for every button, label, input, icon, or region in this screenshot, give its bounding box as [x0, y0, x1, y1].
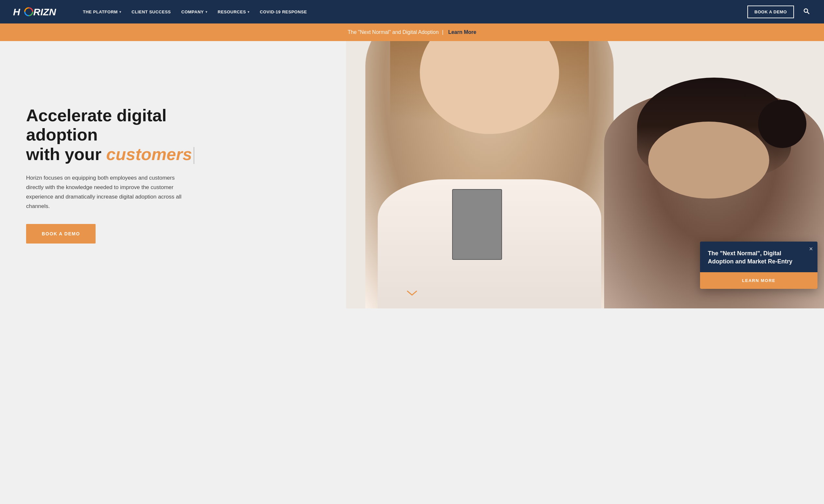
nav-item-platform[interactable]: THE PLATFORM ▾ [78, 7, 126, 17]
person-1-phone [452, 189, 502, 260]
person-2-hair-bun [758, 100, 806, 148]
search-icon-button[interactable] [802, 7, 811, 17]
book-demo-button[interactable]: BOOK A DEMO [747, 6, 794, 18]
person-1-body [366, 41, 614, 308]
nav-item-resources[interactable]: RESOURCES ▾ [213, 7, 254, 17]
person-1 [366, 41, 614, 308]
nav-item-company[interactable]: COMPANY ▾ [177, 7, 212, 17]
popup-learn-more-button[interactable]: LEARN MORE [700, 272, 817, 289]
svg-text:RIZN: RIZN [33, 7, 57, 17]
popup-close-button[interactable]: × [809, 245, 813, 252]
svg-text:H: H [13, 7, 20, 17]
hero-cta-button[interactable]: BOOK A DEMO [26, 224, 96, 244]
nav-right: BOOK A DEMO [745, 6, 811, 18]
hero-section: Accelerate digital adoption with your cu… [0, 41, 824, 308]
hero-title-highlight: customers [106, 145, 192, 164]
chevron-down-icon: ▾ [247, 10, 249, 14]
person-2-face [648, 122, 769, 199]
popup-header: × The "Next Normal", Digital Adoption an… [700, 242, 817, 272]
nav-links: THE PLATFORM ▾ CLIENT SUCCESS COMPANY ▾ … [78, 7, 745, 17]
logo[interactable]: H RIZN [13, 6, 65, 18]
svg-line-4 [807, 12, 809, 14]
chevron-down-icon: ▾ [206, 10, 207, 14]
nav-item-client-success[interactable]: CLIENT SUCCESS [127, 7, 175, 17]
hero-content: Accelerate digital adoption with your cu… [26, 106, 209, 244]
hero-title: Accelerate digital adoption with your cu… [26, 106, 209, 164]
banner-divider: | [442, 29, 443, 35]
banner-text: The "Next Normal" and Digital Adoption |… [348, 29, 476, 35]
scroll-down-chevron[interactable] [407, 288, 417, 298]
banner-learn-more-link[interactable]: Learn More [448, 29, 476, 35]
hero-description: Horizn focuses on equipping both employe… [26, 173, 183, 211]
navbar: H RIZN THE PLATFORM ▾ CLIENT SUCCESS COM… [0, 0, 824, 23]
popup-card: × The "Next Normal", Digital Adoption an… [700, 242, 817, 289]
announcement-banner: The "Next Normal" and Digital Adoption |… [0, 23, 824, 41]
chevron-down-icon: ▾ [119, 10, 121, 14]
popup-title: The "Next Normal", Digital Adoption and … [708, 249, 810, 266]
nav-item-covid[interactable]: COVID-19 RESPONSE [255, 7, 312, 17]
cursor-blink [193, 147, 194, 164]
